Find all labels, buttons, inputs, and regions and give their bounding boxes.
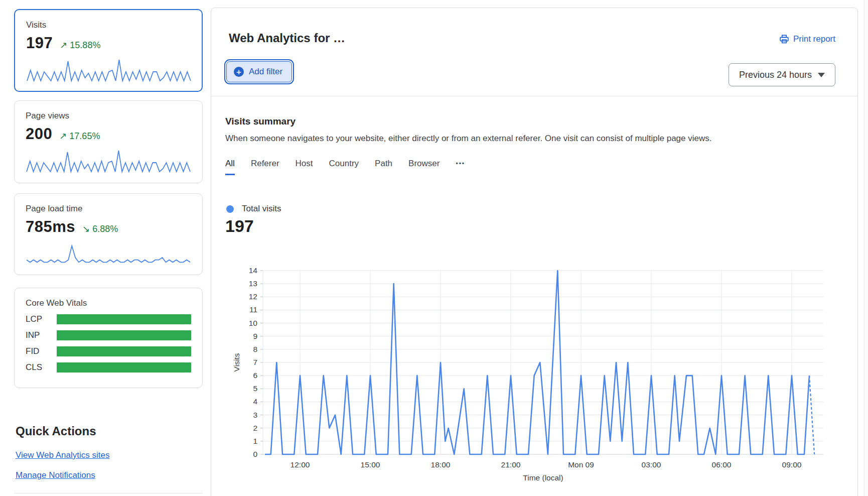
page-title: Web Analytics for … (229, 31, 345, 45)
view-web-analytics-sites-link[interactable]: View Web Analytics sites (16, 450, 109, 460)
header-divider (211, 96, 857, 96)
core-web-vitals-card: Core Web Vitals LCP INP FID CLS (14, 288, 203, 388)
print-report-label: Print report (793, 34, 835, 44)
svg-text:12: 12 (249, 292, 257, 301)
vital-bar-fid (57, 346, 191, 356)
svg-text:11: 11 (249, 305, 257, 314)
vital-row-inp: INP (26, 330, 191, 340)
metric-card-value: 197 (26, 34, 53, 52)
manage-notifications-link[interactable]: Manage Notifications (16, 470, 95, 480)
quick-actions-title: Quick Actions (16, 424, 96, 438)
visits-summary-title: Visits summary (225, 116, 296, 127)
print-report-link[interactable]: Print report (779, 34, 835, 44)
chart-legend: Total visits (226, 204, 281, 214)
sidebar-divider (14, 493, 203, 493)
tab-all[interactable]: All (225, 159, 235, 175)
metric-card-label: Page views (26, 111, 191, 121)
tab-referer[interactable]: Referer (251, 159, 279, 175)
svg-text:6: 6 (253, 371, 257, 380)
trend-up-indicator: ↗ 17.65% (59, 131, 100, 142)
page-views-sparkline (26, 148, 191, 173)
visits-chart-svg: 12:0015:0018:0021:00Mon 0903:0006:0009:0… (231, 262, 853, 496)
svg-text:2: 2 (253, 424, 257, 432)
vital-bar-lcp (57, 314, 191, 324)
vital-label: CLS (26, 362, 57, 373)
trend-down-indicator: ↘ 6.88% (82, 223, 118, 234)
svg-text:06:00: 06:00 (712, 460, 732, 469)
time-range-dropdown[interactable]: Previous 24 hours (729, 63, 835, 86)
vital-bar-inp (57, 330, 191, 340)
svg-text:9: 9 (253, 332, 257, 340)
trend-percent: 6.88% (92, 224, 118, 234)
svg-text:03:00: 03:00 (642, 460, 661, 469)
vital-row-cls: CLS (26, 362, 191, 373)
trend-percent: 15.88% (70, 40, 100, 50)
svg-text:1: 1 (253, 437, 257, 445)
svg-text:Mon 09: Mon 09 (568, 460, 594, 469)
svg-text:Visits: Visits (232, 353, 241, 371)
metric-card-visits[interactable]: Visits 197 ↗ 15.88% (14, 9, 203, 92)
page-load-sparkline (26, 241, 191, 266)
trend-up-arrow-icon: ↗ (59, 131, 67, 141)
printer-icon (779, 34, 789, 44)
svg-text:09:00: 09:00 (782, 460, 802, 469)
metric-card-value: 785ms (26, 218, 75, 236)
visits-sparkline (26, 57, 192, 82)
tab-path[interactable]: Path (375, 159, 392, 175)
trend-up-indicator: ↗ 15.88% (60, 40, 100, 51)
vital-row-lcp: LCP (26, 314, 191, 324)
svg-text:21:00: 21:00 (501, 460, 521, 469)
metric-card-label: Visits (26, 20, 191, 30)
svg-text:8: 8 (253, 345, 257, 353)
total-visits-value: 197 (225, 216, 254, 236)
legend-dot-icon (226, 205, 234, 213)
chevron-down-icon (818, 73, 825, 77)
tabs-overflow-ellipsis-icon[interactable]: ••• (456, 160, 465, 174)
svg-text:7: 7 (253, 358, 257, 366)
vital-bar-cls (57, 362, 191, 373)
svg-text:5: 5 (253, 384, 257, 393)
trend-down-arrow-icon: ↘ (82, 224, 90, 234)
svg-text:0: 0 (253, 450, 257, 458)
svg-text:14: 14 (249, 266, 258, 275)
add-filter-label: Add filter (249, 67, 282, 77)
tab-host[interactable]: Host (296, 159, 313, 175)
trend-percent: 17.65% (69, 131, 100, 141)
trend-up-arrow-icon: ↗ (60, 40, 67, 50)
svg-text:15:00: 15:00 (361, 460, 380, 469)
svg-text:4: 4 (253, 397, 257, 406)
visits-chart: 12:0015:0018:0021:00Mon 0903:0006:0009:0… (231, 262, 853, 496)
core-web-vitals-title: Core Web Vitals (26, 298, 191, 308)
tab-country[interactable]: Country (329, 159, 359, 175)
metric-card-value: 200 (26, 125, 52, 143)
metric-card-page-views[interactable]: Page views 200 ↗ 17.65% (14, 100, 203, 183)
plus-circle-icon: + (234, 67, 244, 77)
metric-card-page-load-time[interactable]: Page load time 785ms ↘ 6.88% (14, 193, 203, 275)
vital-label: INP (26, 330, 57, 340)
svg-text:3: 3 (253, 411, 257, 419)
svg-text:10: 10 (249, 319, 258, 327)
svg-text:Time (local): Time (local) (523, 473, 563, 482)
legend-label: Total visits (242, 204, 281, 214)
vital-label: LCP (26, 314, 57, 324)
add-filter-button[interactable]: + Add filter (226, 61, 292, 82)
metric-card-label: Page load time (26, 204, 191, 214)
svg-text:18:00: 18:00 (431, 460, 451, 469)
svg-text:12:00: 12:00 (291, 460, 310, 469)
svg-text:13: 13 (249, 279, 257, 288)
visits-summary-description: When someone navigates to your website, … (225, 134, 817, 144)
dimension-tabs: All Referer Host Country Path Browser ••… (225, 159, 465, 175)
scrollbar-track[interactable] (864, 0, 868, 496)
vital-label: FID (26, 346, 57, 356)
tab-browser[interactable]: Browser (408, 159, 440, 175)
vital-row-fid: FID (26, 346, 191, 356)
time-range-value: Previous 24 hours (739, 70, 812, 80)
web-analytics-panel: Web Analytics for … Print report + Add f… (211, 8, 858, 496)
